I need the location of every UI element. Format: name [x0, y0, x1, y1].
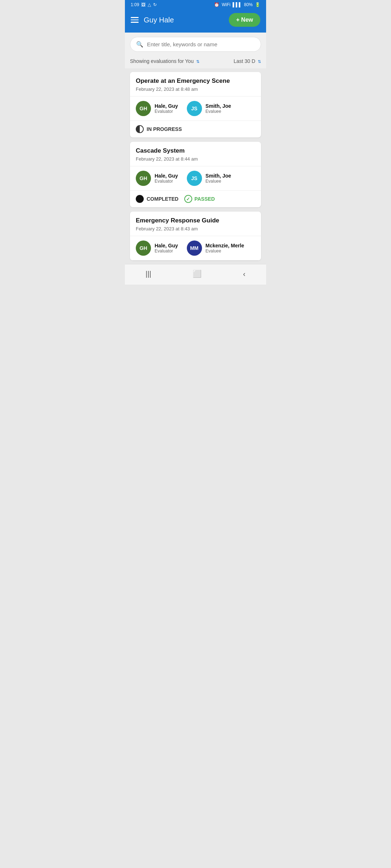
evaluation-card-3[interactable]: Emergency Response Guide February 22, 20… — [130, 212, 261, 260]
app-header: Guy Hale + New — [125, 9, 266, 33]
card-3-people: GH Hale, Guy Evaluator MM Mckenzie, Merl… — [130, 236, 261, 260]
entity-dropdown-icon[interactable]: ⇅ — [196, 59, 199, 64]
card-3-evaluee-role: Evaluee — [206, 248, 244, 254]
card-3-evaluee-avatar: MM — [187, 241, 202, 256]
time-display: 1:09 — [131, 2, 139, 7]
card-1-status-text: IN PROGRESS — [147, 126, 182, 132]
card-3-evaluee-name: Mckenzie, Merle — [206, 243, 244, 248]
card-3-date: February 22, 2023 at 8:43 am — [136, 226, 255, 231]
card-3-evaluator: GH Hale, Guy Evaluator — [136, 241, 178, 256]
battery-icon: 🔋 — [255, 2, 260, 7]
cloud-icon: △ — [148, 2, 151, 7]
header-title: Guy Hale — [144, 16, 174, 24]
card-3-evaluator-role: Evaluator — [155, 248, 178, 254]
card-2-passed: ✓ PASSED — [184, 195, 215, 203]
card-3-evaluee: MM Mckenzie, Merle Evaluee — [187, 241, 244, 256]
card-2-evaluee-name: Smith, Joe — [206, 173, 231, 179]
card-1-evaluee-role: Evaluee — [206, 109, 231, 114]
cards-container: Operate at an Emergency Scene February 2… — [125, 68, 266, 264]
card-3-header: Emergency Response Guide February 22, 20… — [130, 212, 261, 236]
card-2-evaluee-role: Evaluee — [206, 179, 231, 184]
search-input[interactable] — [147, 41, 255, 47]
bottom-back-icon[interactable]: ‹ — [243, 270, 245, 278]
in-progress-icon — [136, 125, 144, 133]
card-2-status-text: COMPLETED — [147, 196, 178, 202]
passed-check-icon: ✓ — [184, 195, 192, 203]
card-1-status-item: IN PROGRESS — [136, 125, 182, 133]
card-2-evaluee: JS Smith, Joe Evaluee — [187, 171, 231, 186]
status-right: ⏰ WiFi ▌▌▌ 80% 🔋 — [214, 2, 260, 7]
filter-prefix: Showing evaluations for — [130, 58, 184, 64]
card-2-evaluator-role: Evaluator — [155, 179, 178, 184]
search-icon: 🔍 — [136, 41, 143, 48]
sync-icon: ↻ — [153, 2, 157, 7]
filter-right: Last 30 D ⇅ — [234, 58, 261, 64]
card-2-header: Cascade System February 22, 2023 at 8:44… — [130, 142, 261, 166]
menu-button[interactable] — [131, 17, 139, 23]
card-1-evaluee-info: Smith, Joe Evaluee — [206, 103, 231, 114]
bottom-navigation: ||| ⬜ ‹ — [125, 264, 266, 285]
filter-entity[interactable]: You — [185, 58, 194, 64]
card-2-passed-text: PASSED — [194, 196, 215, 202]
card-2-evaluee-info: Smith, Joe Evaluee — [206, 173, 231, 184]
card-2-evaluator-avatar: GH — [136, 171, 151, 186]
card-2-evaluator: GH Hale, Guy Evaluator — [136, 171, 178, 186]
card-1-title: Operate at an Emergency Scene — [136, 77, 255, 85]
period-dropdown-icon[interactable]: ⇅ — [258, 59, 261, 64]
filter-row: Showing evaluations for You ⇅ Last 30 D … — [125, 56, 266, 68]
photo-icon: 🖼 — [141, 2, 146, 7]
card-1-date: February 22, 2023 at 8:48 am — [136, 86, 255, 92]
evaluation-card-1[interactable]: Operate at an Emergency Scene February 2… — [130, 72, 261, 137]
filter-period-label: Last — [234, 58, 243, 64]
card-1-people: GH Hale, Guy Evaluator JS Smith, Joe Eva… — [130, 97, 261, 121]
card-1-evaluator-name: Hale, Guy — [155, 103, 178, 109]
search-container: 🔍 — [125, 33, 266, 56]
status-left: 1:09 🖼 △ ↻ — [131, 2, 157, 7]
card-3-title: Emergency Response Guide — [136, 217, 255, 225]
card-1-evaluee: JS Smith, Joe Evaluee — [187, 101, 231, 116]
card-2-status-item: COMPLETED — [136, 195, 178, 203]
card-2-people: GH Hale, Guy Evaluator JS Smith, Joe Eva… — [130, 166, 261, 191]
card-2-date: February 22, 2023 at 8:44 am — [136, 156, 255, 162]
card-2-evaluator-name: Hale, Guy — [155, 173, 178, 179]
filter-period-value[interactable]: 30 D — [245, 58, 256, 64]
card-1-header: Operate at an Emergency Scene February 2… — [130, 72, 261, 97]
alarm-icon: ⏰ — [214, 2, 219, 7]
bottom-home-icon[interactable]: ⬜ — [193, 269, 202, 278]
card-1-evaluator-role: Evaluator — [155, 109, 178, 114]
wifi-icon: WiFi — [222, 2, 230, 7]
card-1-evaluator-avatar: GH — [136, 101, 151, 116]
card-3-evaluator-avatar: GH — [136, 241, 151, 256]
card-3-evaluator-name: Hale, Guy — [155, 243, 178, 248]
new-button[interactable]: + New — [229, 13, 260, 27]
card-1-evaluator-info: Hale, Guy Evaluator — [155, 103, 178, 114]
evaluation-card-2[interactable]: Cascade System February 22, 2023 at 8:44… — [130, 142, 261, 207]
card-2-evaluee-avatar: JS — [187, 171, 202, 186]
filter-left: Showing evaluations for You ⇅ — [130, 58, 199, 64]
card-2-status: COMPLETED ✓ PASSED — [130, 191, 261, 207]
card-2-evaluator-info: Hale, Guy Evaluator — [155, 173, 178, 184]
card-1-evaluee-name: Smith, Joe — [206, 103, 231, 109]
card-1-evaluator: GH Hale, Guy Evaluator — [136, 101, 178, 116]
status-bar: 1:09 🖼 △ ↻ ⏰ WiFi ▌▌▌ 80% 🔋 — [125, 0, 266, 9]
card-1-evaluee-avatar: JS — [187, 101, 202, 116]
card-3-evaluator-info: Hale, Guy Evaluator — [155, 243, 178, 254]
header-left: Guy Hale — [131, 16, 174, 24]
bottom-menu-icon[interactable]: ||| — [146, 270, 151, 278]
card-2-title: Cascade System — [136, 147, 255, 155]
card-3-evaluee-info: Mckenzie, Merle Evaluee — [206, 243, 244, 254]
completed-icon — [136, 195, 144, 203]
search-box[interactable]: 🔍 — [130, 37, 261, 52]
signal-icon: ▌▌▌ — [232, 2, 242, 7]
battery-display: 80% — [244, 2, 253, 7]
card-1-status: IN PROGRESS — [130, 121, 261, 137]
